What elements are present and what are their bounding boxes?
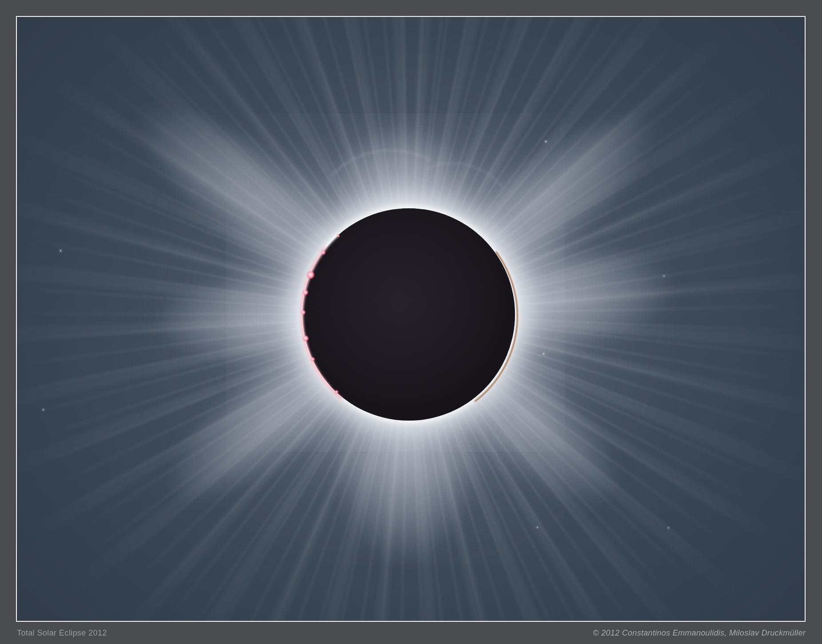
screenshot-root: { "footer": { "title": "Total Solar Ecli…: [0, 0, 822, 644]
caption-bar: Total Solar Eclipse 2012 © 2012 Constant…: [17, 622, 806, 644]
eclipse-photo: [16, 16, 806, 622]
film-grain-overlay: [17, 17, 805, 621]
photo-title: Total Solar Eclipse 2012: [17, 628, 107, 638]
photo-credit: © 2012 Constantinos Emmanoulidis, Milosl…: [593, 628, 806, 638]
